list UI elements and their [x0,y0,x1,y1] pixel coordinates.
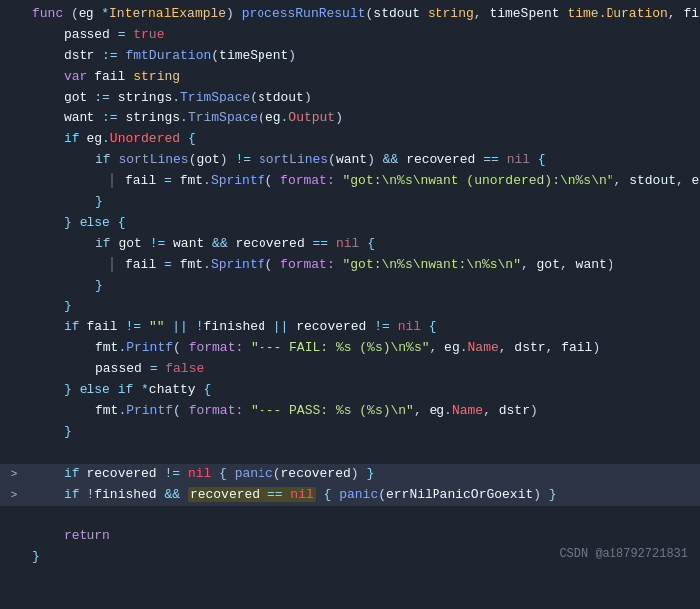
line-else: } else { [0,213,700,234]
line-if-fail: if fail != "" || !finished || recovered … [0,317,700,338]
line-fmt-printf-fail: fmt.Printf( format: "--- FAIL: %s (%s)\n… [0,338,700,359]
line-if-recovered: > if recovered != nil { panic(recovered)… [0,464,700,485]
line-passed-false: passed = false [0,359,700,380]
line-close4: } [0,422,700,443]
line-if-unordered: if eg.Unordered { [0,129,700,150]
line-fail-sprintf2: fail = fmt.Sprintf( format: "got:\n%s\nw… [0,255,700,276]
line-empty1 [0,443,700,464]
line-got: got := strings.TrimSpace(stdout) [0,88,700,108]
line-empty2 [0,506,700,526]
line-if-got-want: if got != want && recovered == nil { [0,234,700,255]
line-close1: } [0,192,700,213]
line-if-sortlines: if sortLines(got) != sortLines(want) && … [0,150,700,171]
code-block: func (eg *InternalExample) processRunRes… [0,0,700,572]
line-func-sig: func (eg *InternalExample) processRunRes… [0,4,700,25]
line-close2: } [0,276,700,297]
line-fail-sprintf1: fail = fmt.Sprintf( format: "got:\n%s\nw… [0,171,700,192]
line-else-chatty: } else if *chatty { [0,380,700,401]
line-dstr: dstr := fmtDuration(timeSpent) [0,46,700,67]
line-var-fail: var fail string [0,67,700,88]
footer-text: CSDN @a18792721831 [559,545,688,564]
line-if-finished: > if !finished && recovered == nil { pan… [0,485,700,506]
line-fmt-printf-pass: fmt.Printf( format: "--- PASS: %s (%s)\n… [0,401,700,422]
line-want: want := strings.TrimSpace(eg.Output) [0,108,700,129]
line-close3: } [0,297,700,317]
line-passed: passed = true [0,25,700,46]
